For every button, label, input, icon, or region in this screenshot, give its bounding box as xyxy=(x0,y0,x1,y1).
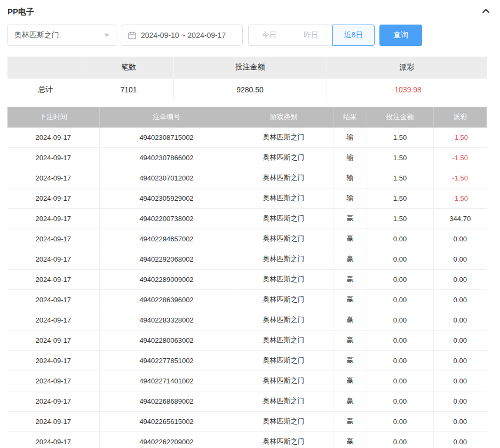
bet-records-table: 下注时间 注单编号 游戏类别 结果 投注金额 派彩 2024-09-174940… xyxy=(7,107,487,448)
table-header-row: 下注时间 注单编号 游戏类别 结果 投注金额 派彩 xyxy=(7,107,487,127)
cell-result: 输 xyxy=(334,127,367,147)
cell-result: 赢 xyxy=(334,350,367,371)
cell-order-number: 49402268689002 xyxy=(99,391,234,411)
summary-table: 笔数 投注金额 派彩 总计 7101 9280.50 -1039.98 xyxy=(7,57,487,100)
cell-payout: 0.00 xyxy=(433,330,487,350)
cell-bet-time: 2024-09-17 xyxy=(7,208,99,229)
cell-bet-time: 2024-09-17 xyxy=(7,350,99,371)
cell-order-number: 49402262209002 xyxy=(99,431,234,448)
cell-payout: 0.00 xyxy=(433,431,487,448)
cell-payout: 0.00 xyxy=(433,371,487,391)
cell-order-number: 49402283328002 xyxy=(99,310,234,330)
cell-bet-time: 2024-09-17 xyxy=(7,289,99,310)
yesterday-button[interactable]: 昨日 xyxy=(290,25,332,46)
cell-payout: 0.00 xyxy=(433,269,487,289)
cell-bet-amount: 0.00 xyxy=(367,330,433,350)
cell-result: 赢 xyxy=(334,330,367,350)
cell-order-number: 49402294657002 xyxy=(99,229,234,249)
cell-bet-time: 2024-09-17 xyxy=(7,391,99,411)
cell-payout: 0.00 xyxy=(433,350,487,371)
cell-bet-amount: 0.00 xyxy=(367,249,433,269)
query-button[interactable]: 查询 xyxy=(379,25,422,46)
cell-game-type: 奥林匹斯之门 xyxy=(234,431,334,448)
cell-payout: -1.50 xyxy=(433,127,487,147)
cell-bet-amount: 0.00 xyxy=(367,289,433,310)
cell-result: 输 xyxy=(334,147,367,168)
cell-order-number: 49402280063002 xyxy=(99,330,234,350)
cell-result: 赢 xyxy=(334,391,367,411)
table-row: 2024-09-1749402277851002奥林匹斯之门赢0.000.00 xyxy=(7,350,487,371)
cell-bet-amount: 0.00 xyxy=(367,350,433,371)
cell-bet-amount: 1.50 xyxy=(367,168,433,188)
last-8-days-button[interactable]: 近8日 xyxy=(332,25,375,46)
cell-result: 赢 xyxy=(334,289,367,310)
cell-result: 赢 xyxy=(334,208,367,229)
cell-bet-amount: 0.00 xyxy=(367,391,433,411)
game-select-value: 奥林匹斯之门 xyxy=(14,30,59,40)
cell-bet-amount: 0.00 xyxy=(367,411,433,431)
date-range-picker[interactable]: 2024-09-10 ~ 2024-09-17 xyxy=(122,25,243,46)
table-row: 2024-09-1749402292068002奥林匹斯之门赢0.000.00 xyxy=(7,249,487,269)
cell-order-number: 49402307866002 xyxy=(99,147,234,168)
cell-game-type: 奥林匹斯之门 xyxy=(234,229,334,249)
table-row: 2024-09-1749402283328002奥林匹斯之门赢0.000.00 xyxy=(7,310,487,330)
cell-bet-time: 2024-09-17 xyxy=(7,229,99,249)
cell-bet-time: 2024-09-17 xyxy=(7,310,99,330)
cell-bet-amount: 0.00 xyxy=(367,310,433,330)
cell-order-number: 49402305929002 xyxy=(99,188,234,208)
summary-header-bet-amount: 投注金额 xyxy=(173,57,327,78)
cell-order-number: 49402200738002 xyxy=(99,208,234,229)
panel-header: PP电子 xyxy=(7,0,493,20)
cell-result: 赢 xyxy=(334,269,367,289)
cell-payout: -1.50 xyxy=(433,188,487,208)
summary-header-count: 笔数 xyxy=(84,57,173,78)
date-range-value: 2024-09-10 ~ 2024-09-17 xyxy=(141,31,226,40)
cell-result: 输 xyxy=(334,188,367,208)
cell-game-type: 奥林匹斯之门 xyxy=(234,188,334,208)
header-payout: 派彩 xyxy=(433,107,487,127)
cell-game-type: 奥林匹斯之门 xyxy=(234,310,334,330)
table-row: 2024-09-1749402268689002奥林匹斯之门赢0.000.00 xyxy=(7,391,487,411)
table-row: 2024-09-1749402200738002奥林匹斯之门赢1.50344.7… xyxy=(7,208,487,229)
cell-game-type: 奥林匹斯之门 xyxy=(234,249,334,269)
today-button[interactable]: 今日 xyxy=(248,25,290,46)
cell-payout: 0.00 xyxy=(433,289,487,310)
summary-total-label: 总计 xyxy=(7,78,84,100)
table-row: 2024-09-1749402305929002奥林匹斯之门输1.50-1.50 xyxy=(7,188,487,208)
summary-total-bet-amount: 9280.50 xyxy=(173,78,327,100)
quick-range-button-group: 今日 昨日 近8日 xyxy=(248,25,375,46)
summary-total-payout: -1039.98 xyxy=(327,78,487,100)
cell-bet-time: 2024-09-17 xyxy=(7,127,99,147)
cell-bet-amount: 0.00 xyxy=(367,269,433,289)
cell-result: 输 xyxy=(334,168,367,188)
cell-game-type: 奥林匹斯之门 xyxy=(234,391,334,411)
cell-game-type: 奥林匹斯之门 xyxy=(234,289,334,310)
header-bet-amount: 投注金额 xyxy=(367,107,433,127)
table-row: 2024-09-1749402307012002奥林匹斯之门输1.50-1.50 xyxy=(7,168,487,188)
cell-bet-amount: 0.00 xyxy=(367,229,433,249)
table-row: 2024-09-1749402308715002奥林匹斯之门输1.50-1.50 xyxy=(7,127,487,147)
cell-bet-time: 2024-09-17 xyxy=(7,431,99,448)
cell-payout: 0.00 xyxy=(433,249,487,269)
cell-result: 赢 xyxy=(334,229,367,249)
header-order-number: 注单编号 xyxy=(99,107,234,127)
cell-bet-amount: 0.00 xyxy=(367,371,433,391)
header-game-type: 游戏类别 xyxy=(234,107,334,127)
cell-bet-time: 2024-09-17 xyxy=(7,330,99,350)
header-result: 结果 xyxy=(334,107,367,127)
cell-payout: 0.00 xyxy=(433,229,487,249)
table-row: 2024-09-1749402262209002奥林匹斯之门赢0.000.00 xyxy=(7,431,487,448)
cell-bet-time: 2024-09-17 xyxy=(7,168,99,188)
summary-header-blank xyxy=(7,57,84,78)
cell-game-type: 奥林匹斯之门 xyxy=(234,350,334,371)
cell-payout: 344.70 xyxy=(433,208,487,229)
cell-bet-time: 2024-09-17 xyxy=(7,249,99,269)
cell-order-number: 49402271401002 xyxy=(99,371,234,391)
table-row: 2024-09-1749402286396002奥林匹斯之门赢0.000.00 xyxy=(7,289,487,310)
chevron-down-icon xyxy=(104,34,109,37)
game-select[interactable]: 奥林匹斯之门 xyxy=(7,25,116,46)
cell-payout: 0.00 xyxy=(433,391,487,411)
cell-bet-amount: 1.50 xyxy=(367,188,433,208)
table-row: 2024-09-1749402294657002奥林匹斯之门赢0.000.00 xyxy=(7,229,487,249)
collapse-button[interactable] xyxy=(479,4,493,20)
